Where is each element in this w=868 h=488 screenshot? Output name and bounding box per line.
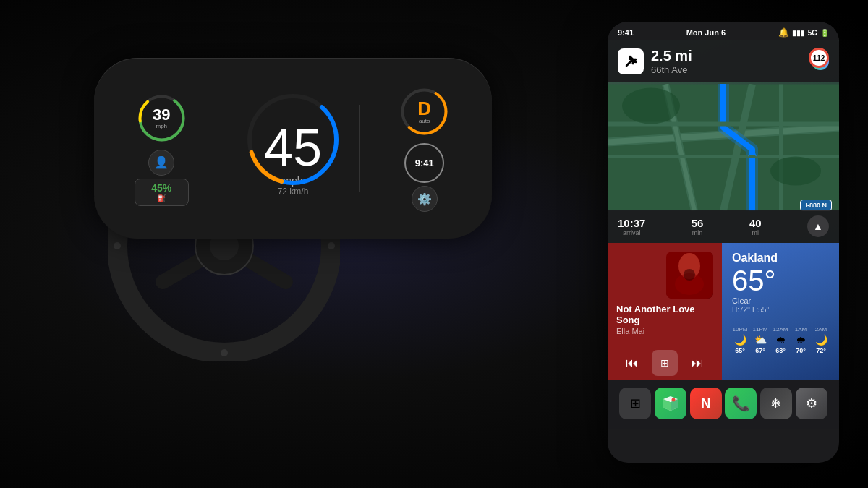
svg-point-33 (684, 269, 695, 281)
next-button[interactable]: ⏭ (686, 351, 709, 374)
dock-app-phone[interactable]: 📞 (725, 388, 757, 419)
weather-forecast: 10PM 🌙 65° 11PM ⛅ 67° 12AM 🌧 68° 1AM 🌧 (732, 320, 829, 354)
arrival-time: 10:37 (618, 217, 645, 229)
arrival-label: arrival (618, 229, 645, 236)
svg-point-27 (622, 88, 680, 124)
minutes-stat: 56 min (692, 217, 704, 236)
dock-app-news[interactable]: N (690, 388, 722, 419)
dock-app-settings[interactable]: ⚙ (796, 388, 827, 419)
album-art-image (666, 252, 713, 299)
separator-right (359, 105, 360, 192)
status-indicators: 🔔 ▮▮▮ 5G 🔋 (778, 27, 829, 38)
miles-value: 40 (749, 217, 762, 229)
weather-high: H:72° (732, 306, 750, 314)
weather-condition: Clear (732, 296, 829, 305)
minutes-value: 56 (692, 217, 704, 229)
speed-limit-gauge: 39 mph 👤 45% ⛽ (135, 91, 189, 206)
bottom-panels: Not Another Love Song Ella Mai ⏮ ⊞ ⏭ Oak… (608, 243, 839, 380)
music-panel[interactable]: Not Another Love Song Ella Mai ⏮ ⊞ ⏭ (608, 243, 722, 380)
signal-bars: ▮▮▮ (792, 29, 805, 37)
instrument-cluster: 39 mph 👤 45% ⛽ 45 mph 72 km/h (94, 58, 492, 239)
weather-panel[interactable]: Oakland 65° Clear H:72° L:55° 10PM 🌙 65°… (722, 243, 839, 380)
carplay-panel: 9:41 Mon Jun 6 🔔 ▮▮▮ 5G 🔋 (608, 22, 839, 463)
forecast-1am: 1AM 🌧 70° (793, 326, 809, 354)
music-controls: ⏮ ⊞ ⏭ (616, 350, 713, 376)
forecast-12am: 12AM 🌧 68° (773, 326, 788, 354)
minutes-label: min (692, 229, 704, 236)
weather-low: L:55° (752, 306, 769, 314)
weather-hilo: H:72° L:55° (732, 306, 829, 314)
fuel-icon: ⛽ (157, 194, 166, 202)
network-type: 5G (808, 29, 817, 37)
miles-label: mi (749, 229, 762, 236)
speed-limit-circle: 39 mph (135, 91, 189, 145)
maps-section[interactable]: 2.5 mi 66th Ave 112 I-880 N 10:37 arriva… (608, 40, 839, 243)
app-dock: ⊞ N 📞 ❄ ⚙ (608, 380, 839, 429)
siri-indicator: 🔔 (778, 27, 789, 38)
clock-value: 9:41 (415, 158, 434, 168)
arrival-stat: 10:37 arrival (618, 217, 645, 236)
gear-gauge: D auto 9:41 ⚙️ (397, 85, 451, 212)
map-speed-limit: 112 (809, 48, 829, 68)
dock-app-carplay[interactable]: ❄ (760, 388, 792, 419)
dock-app-home[interactable]: ⊞ (619, 388, 651, 419)
nav-expand-button[interactable]: ▲ (807, 215, 829, 237)
weather-city: Oakland (732, 252, 829, 265)
grid-button[interactable]: ⊞ (652, 350, 678, 376)
dock-app-maps[interactable] (655, 388, 686, 419)
status-bar: 9:41 Mon Jun 6 🔔 ▮▮▮ 5G 🔋 (608, 22, 839, 40)
svg-point-8 (114, 242, 121, 249)
prev-button[interactable]: ⏮ (621, 351, 644, 374)
map-footer: 10:37 arrival 56 min 40 mi ▲ (608, 210, 839, 243)
miles-stat: 40 mi (749, 217, 762, 236)
status-time: 9:41 (618, 28, 634, 37)
svg-point-9 (221, 349, 228, 356)
forecast-10pm: 10PM 🌙 65° (732, 326, 748, 354)
song-artist: Ella Mai (616, 327, 713, 335)
turn-icon (618, 48, 644, 74)
status-date: Mon Jun 6 (686, 28, 726, 37)
svg-point-7 (328, 242, 335, 249)
nav-info: 2.5 mi 66th Ave (651, 48, 804, 75)
gear-circle: D auto (397, 85, 451, 139)
map-header: 2.5 mi 66th Ave (608, 40, 839, 82)
clock-circle: 9:41 (404, 143, 444, 183)
song-title: Not Another Love Song (616, 304, 713, 325)
fuel-gauge: 45% ⛽ (135, 179, 189, 206)
settings-icon: ⚙️ (412, 186, 438, 212)
svg-point-39 (671, 398, 675, 402)
driver-icon: 👤 (148, 150, 174, 176)
main-speed-gauge: 45 mph 72 km/h (264, 100, 322, 197)
forecast-2am: 2AM 🌙 72° (813, 326, 829, 354)
battery-icon: 🔋 (820, 29, 829, 37)
weather-temp: 65° (732, 265, 829, 296)
separator-left (226, 105, 226, 192)
nav-distance: 2.5 mi (651, 48, 804, 64)
forecast-11pm: 11PM ⛅ 67° (752, 326, 768, 354)
nav-street: 66th Ave (651, 64, 804, 75)
svg-point-28 (770, 157, 821, 186)
fuel-percent: 45% (151, 182, 171, 194)
album-art (666, 252, 713, 299)
